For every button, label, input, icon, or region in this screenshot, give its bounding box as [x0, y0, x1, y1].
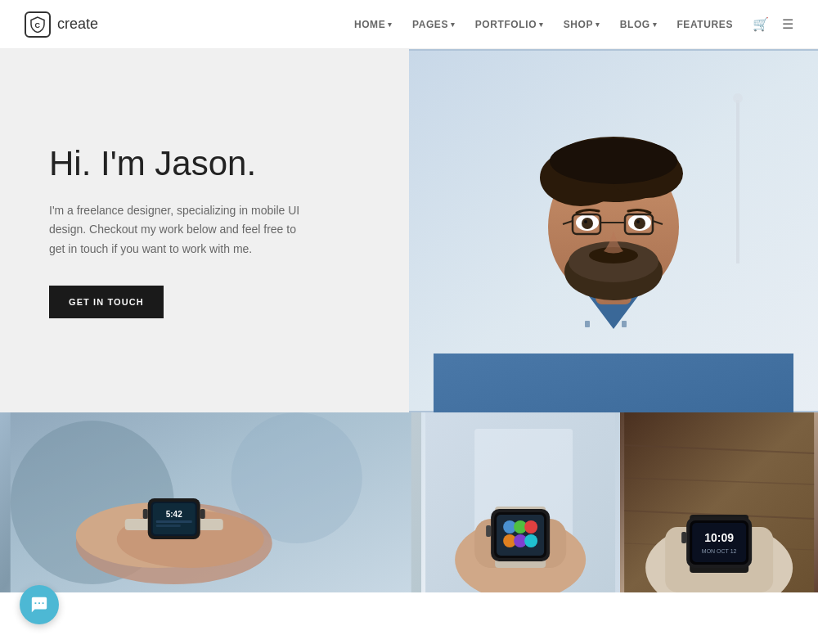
cart-icon[interactable]: 🛒: [753, 16, 769, 32]
svg-point-20: [584, 220, 587, 223]
svg-rect-41: [156, 525, 181, 527]
svg-rect-43: [200, 509, 205, 519]
svg-rect-59: [487, 525, 492, 537]
logo-icon: C: [25, 11, 51, 38]
nav-links: HOME ▾ PAGES ▾ PORTFOLIO ▾ SHOP ▾ BLOG ▾…: [354, 16, 793, 32]
svg-rect-74: [681, 532, 686, 543]
nav-icons: 🛒 ☰: [753, 16, 793, 32]
svg-rect-42: [143, 509, 148, 519]
svg-point-58: [525, 534, 538, 547]
svg-rect-38: [153, 503, 196, 534]
svg-rect-27: [585, 321, 590, 327]
svg-point-12: [550, 138, 677, 184]
svg-rect-28: [622, 321, 627, 327]
nav-item-shop[interactable]: SHOP ▾: [564, 19, 600, 30]
logo-text: create: [57, 16, 98, 33]
pages-caret-icon: ▾: [451, 20, 456, 29]
navbar: C create HOME ▾ PAGES ▾ PORTFOLIO ▾ SHOP…: [0, 0, 818, 49]
watch-image-small: 10:09 MON OCT 12: [620, 412, 818, 592]
svg-point-19: [634, 218, 645, 229]
portfolio-caret-icon: ▾: [539, 20, 544, 29]
svg-rect-40: [156, 520, 192, 523]
nav-item-home[interactable]: HOME ▾: [354, 19, 393, 30]
get-in-touch-button[interactable]: GET IN TOUCH: [49, 286, 164, 318]
svg-text:C: C: [35, 21, 41, 29]
svg-point-21: [636, 220, 640, 223]
hero-description: I'm a freelance designer, specializing i…: [49, 201, 311, 259]
watch-image-large: 5:42: [0, 412, 421, 592]
logo[interactable]: C create: [25, 11, 98, 38]
svg-rect-2: [736, 100, 739, 263]
bottom-image-row: 5:42: [0, 412, 818, 592]
svg-text:MON OCT 12: MON OCT 12: [702, 548, 737, 554]
menu-icon[interactable]: ☰: [782, 16, 793, 32]
shop-caret-icon: ▾: [596, 20, 600, 29]
svg-point-18: [582, 218, 593, 229]
hero-text-panel: Hi. I'm Jason. I'm a freelance designer,…: [0, 49, 409, 412]
blog-caret-icon: ▾: [653, 20, 658, 29]
nav-item-features[interactable]: FEATURES: [676, 19, 733, 30]
nav-item-blog[interactable]: BLOG ▾: [620, 19, 658, 30]
home-caret-icon: ▾: [388, 20, 393, 29]
watch-image-medium: [421, 412, 619, 592]
nav-item-pages[interactable]: PAGES ▾: [412, 19, 456, 30]
main-grid: Hi. I'm Jason. I'm a freelance designer,…: [0, 49, 818, 592]
svg-point-3: [733, 93, 743, 103]
nav-item-portfolio[interactable]: PORTFOLIO ▾: [475, 19, 544, 30]
svg-text:5:42: 5:42: [166, 510, 182, 519]
hero-image-panel: [409, 49, 818, 412]
svg-rect-5: [434, 354, 793, 412]
hero-portrait-image: [409, 49, 818, 412]
svg-text:10:09: 10:09: [704, 531, 734, 544]
svg-point-55: [525, 520, 538, 534]
hero-title: Hi. I'm Jason.: [49, 143, 360, 184]
